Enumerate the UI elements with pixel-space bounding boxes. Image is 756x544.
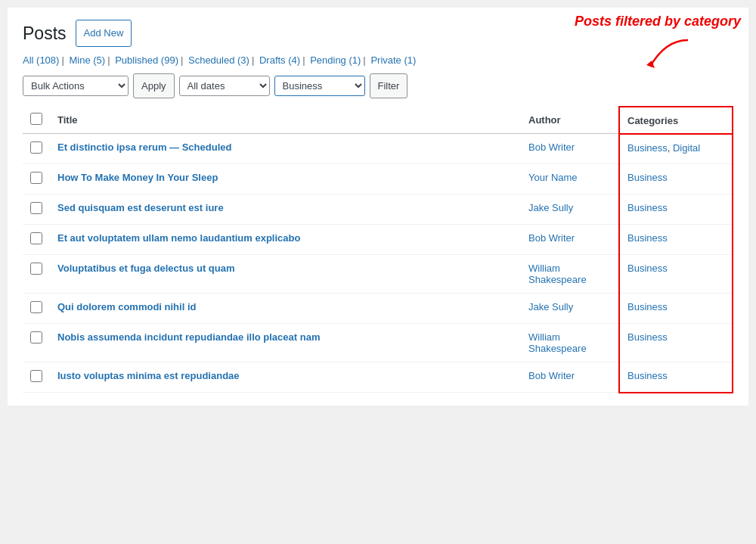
post-title-link[interactable]: Qui dolorem commodi nihil id [57,301,196,312]
post-category-link[interactable]: Business [627,370,668,381]
filter-link-pending[interactable]: Pending (1) [310,54,361,66]
sep: | [181,54,183,66]
post-category-cell: Business [619,225,733,255]
table-row: Sed quisquam est deserunt est iureJake S… [23,194,733,225]
row-checkbox-3[interactable] [30,232,42,244]
row-checkbox-0[interactable] [30,141,42,154]
toolbar: Bulk Actions Edit Move to Trash Apply Al… [23,73,733,98]
post-author-link[interactable]: Bob Writer [528,370,575,381]
post-author-cell: Bob Writer [521,134,619,164]
post-title-cell: Voluptatibus et fuga delectus ut quam [50,255,521,294]
filter-link-scheduled[interactable]: Scheduled (3) [188,54,249,66]
sep: | [363,54,365,66]
post-title-link[interactable]: Nobis assumenda incidunt repudiandae ill… [57,331,320,343]
filter-link-all[interactable]: All (108) [23,54,59,66]
post-author-cell: Bob Writer [521,362,619,393]
bulk-actions-select[interactable]: Bulk Actions Edit Move to Trash [23,76,129,96]
post-author-link[interactable]: Bob Writer [528,232,575,244]
post-author-link[interactable]: William Shakespeare [528,263,587,285]
post-author-cell: Bob Writer [521,225,619,255]
post-author-cell: Your Name [521,164,619,194]
post-title-cell: How To Make Money In Your Sleep [50,164,521,194]
title-column-header: Title [50,107,521,134]
post-title-link[interactable]: Et distinctio ipsa rerum — Scheduled [57,141,231,153]
row-checkbox-1[interactable] [30,172,42,184]
page-wrap: Posts filtered by category Posts Add New… [8,8,748,406]
post-category-cell: Business [619,294,733,324]
post-category-cell: Business [619,194,733,225]
table-row: Iusto voluptas minima est repudiandaeBob… [23,362,733,393]
post-category-cell: Business [619,362,733,393]
post-author-link[interactable]: Jake Sully [528,202,573,213]
table-row: Voluptatibus et fuga delectus ut quamWil… [23,255,733,294]
post-author-link[interactable]: Jake Sully [528,301,573,312]
post-title-cell: Nobis assumenda incidunt repudiandae ill… [50,324,521,362]
filter-link-private[interactable]: Private (1) [370,54,416,66]
filter-link-published[interactable]: Published (99) [115,54,178,66]
post-author-cell: William Shakespeare [521,324,619,362]
post-author-link[interactable]: Bob Writer [528,141,575,153]
post-author-link[interactable]: Your Name [528,172,578,183]
callout-annotation: Posts filtered by category [575,14,741,30]
row-checkbox-5[interactable] [30,301,42,313]
sep: | [107,54,110,66]
table-row: Nobis assumenda incidunt repudiandae ill… [23,324,733,362]
post-title-link[interactable]: Voluptatibus et fuga delectus ut quam [57,263,235,274]
row-checkbox-2[interactable] [30,202,42,214]
page-title: Posts [23,23,67,44]
row-checkbox-4[interactable] [30,263,42,275]
table-row: Et aut voluptatem ullam nemo laudantium … [23,225,733,255]
filter-links: All (108)| Mine (5)| Published (99)| Sch… [23,54,733,66]
select-all-header [23,107,50,134]
sep: | [252,54,254,66]
post-category-link[interactable]: Digital [673,142,700,154]
posts-table: Title Author Categories Et distinctio ip… [23,106,733,393]
post-author-cell: Jake Sully [521,194,619,225]
post-title-cell: Et aut voluptatem ullam nemo laudantium … [50,225,521,255]
post-category-cell: Business [619,164,733,194]
post-category-cell: Business, Digital [619,134,733,164]
dates-select[interactable]: All dates [179,76,270,96]
post-category-link[interactable]: Business [627,331,668,343]
table-row: Qui dolorem commodi nihil idJake SullyBu… [23,294,733,324]
post-title-cell: Et distinctio ipsa rerum — Scheduled [50,134,521,164]
post-category-link[interactable]: Business [627,301,668,312]
table-header-row: Title Author Categories [23,107,733,134]
author-column-header: Author [521,107,619,134]
post-author-cell: Jake Sully [521,294,619,324]
post-title-cell: Sed quisquam est deserunt est iure [50,194,521,225]
filter-button[interactable]: Filter [370,73,408,98]
callout-arrow [635,36,696,74]
post-title-cell: Iusto voluptas minima est repudiandae [50,362,521,393]
post-title-link[interactable]: Iusto voluptas minima est repudiandae [57,370,240,381]
table-row: Et distinctio ipsa rerum — ScheduledBob … [23,134,733,164]
sep: | [302,54,305,66]
post-category-link[interactable]: Business [627,202,668,213]
post-category-link[interactable]: Business [627,232,668,244]
post-category-link[interactable]: Business [627,172,668,183]
post-author-link[interactable]: William Shakespeare [528,331,587,354]
category-select[interactable]: All categories Business Digital Personal [274,76,365,96]
filter-link-drafts[interactable]: Drafts (4) [259,54,300,66]
table-row: How To Make Money In Your SleepYour Name… [23,164,733,194]
filter-link-mine[interactable]: Mine (5) [69,54,105,66]
post-category-cell: Business [619,324,733,362]
apply-button[interactable]: Apply [133,73,175,98]
categories-column-header: Categories [619,107,733,134]
post-category-cell: Business [619,255,733,294]
callout-text: Posts filtered by category [575,14,741,29]
row-checkbox-7[interactable] [30,370,42,382]
add-new-button[interactable]: Add New [76,20,132,47]
post-title-cell: Qui dolorem commodi nihil id [50,294,521,324]
post-title-link[interactable]: Sed quisquam est deserunt est iure [57,202,224,213]
row-checkbox-6[interactable] [30,331,42,343]
select-all-checkbox[interactable] [30,113,42,125]
post-title-link[interactable]: How To Make Money In Your Sleep [57,172,218,183]
post-category-link[interactable]: Business [627,263,668,274]
sep: | [61,54,64,66]
post-category-link[interactable]: Business [627,142,668,154]
post-author-cell: William Shakespeare [521,255,619,294]
post-title-link[interactable]: Et aut voluptatem ullam nemo laudantium … [57,232,300,244]
